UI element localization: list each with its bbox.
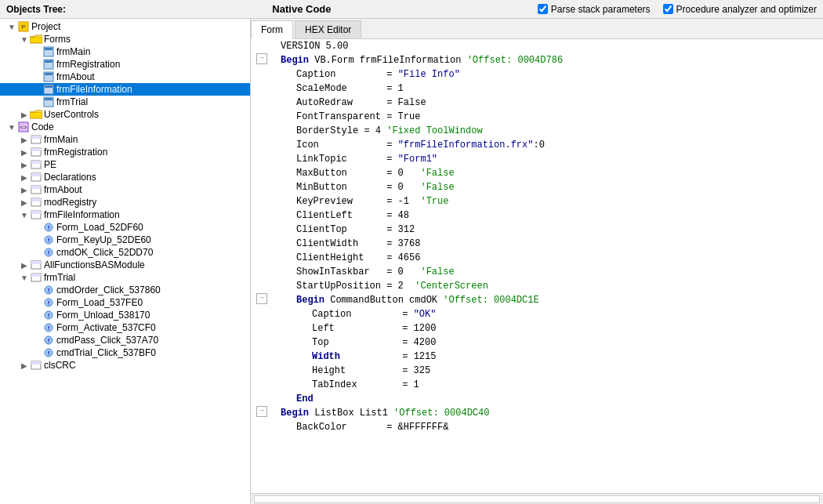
code-line-16: ClientHeight = 4656	[251, 251, 823, 265]
tree-item-frmAbout-code[interactable]: ▶ frmAbout	[0, 183, 250, 196]
usercontrols-folder-icon	[30, 109, 42, 120]
func-icon-8: f	[42, 335, 55, 346]
tab-form[interactable]: Form	[251, 20, 293, 39]
tree-item-clsCRC[interactable]: ▶ clsCRC	[0, 359, 250, 372]
tree-item-frmMain-code[interactable]: ▶ frmMain	[0, 133, 250, 146]
collapse-btn-2[interactable]: −	[256, 293, 267, 304]
code-line-3: Caption = "File Info"	[251, 67, 823, 82]
tree-label-frmAbout-code: frmAbout	[44, 184, 82, 195]
tree-item-frmTrial-code[interactable]: ▼ frmTrial	[0, 271, 250, 284]
tab-hex-editor[interactable]: HEX Editor	[295, 20, 361, 38]
tree-label-frmRegistration-code: frmRegistration	[44, 147, 107, 158]
tree-item-declarations[interactable]: ▶ Declarations	[0, 171, 250, 183]
code-line-19: − Begin CommandButton cmdOK 'Offset: 000…	[251, 293, 823, 307]
func-icon-6: f	[42, 310, 55, 321]
tree-item-Form_KeyUp[interactable]: f Form_KeyUp_52DE60	[0, 234, 250, 246]
svg-rect-37	[31, 274, 41, 277]
tree-item-frmRegistration-code[interactable]: ▶ frmRegistration	[0, 146, 250, 158]
tree-label-pe: PE	[44, 159, 56, 170]
tree-item-usercontrols[interactable]: ▶ UserControls	[0, 108, 250, 121]
tree-item-cmdTrial_Click[interactable]: f cmdTrial_Click_537BF0	[0, 346, 250, 359]
procedure-analyzer-checkbox[interactable]	[663, 4, 673, 14]
code-icon: <>	[17, 121, 30, 132]
tree-label-Form_Unload: Form_Unload_538170	[56, 310, 150, 321]
tree-label-frmFileInformation: frmFileInformation	[56, 84, 132, 95]
collapse-btn-1[interactable]: −	[256, 53, 267, 64]
clsCRC-icon	[30, 360, 42, 371]
code-line-21: Left = 1200	[251, 321, 823, 335]
tree-label-frmFileInformation-code: frmFileInformation	[44, 209, 120, 220]
svg-rect-19	[31, 161, 41, 164]
tree-container[interactable]: ▼ P Project ▼ Forms	[0, 19, 250, 504]
tree-label-Form_Load_537FE0: Form_Load_537FE0	[56, 297, 143, 308]
tree-item-frmTrial-forms[interactable]: frmTrial	[0, 96, 250, 108]
code-line-9: LinkTopic = "Form1"	[251, 152, 823, 166]
code-line-27: − Begin ListBox List1 'Offset: 0004DC40	[251, 406, 823, 420]
tree-item-AllFunctionsBASModule[interactable]: ▶ AllFunctionsBASModule	[0, 259, 250, 271]
func-icon-7: f	[42, 322, 55, 333]
tree-label-project: Project	[31, 21, 60, 32]
expand-icon-usercontrols[interactable]: ▶	[19, 109, 30, 120]
svg-rect-15	[31, 136, 41, 139]
tree-item-cmdOrder_Click[interactable]: f cmdOrder_Click_537860	[0, 284, 250, 296]
expand-icon-code[interactable]: ▼	[6, 121, 17, 132]
frmAbout-forms-icon	[42, 71, 55, 82]
tree-item-frmFileInformation-code[interactable]: ▼ frmFileInformation	[0, 208, 250, 221]
objects-tree-label: Objects Tree:	[6, 4, 66, 15]
tree-item-frmRegistration-forms[interactable]: frmRegistration	[0, 58, 250, 71]
tree-item-frmMain-forms[interactable]: frmMain	[0, 45, 250, 58]
svg-rect-27	[31, 211, 41, 214]
tree-item-project[interactable]: ▼ P Project	[0, 20, 250, 33]
code-line-25: TabIndex = 1	[251, 378, 823, 392]
frmMain-code-icon	[30, 134, 42, 145]
code-line-17: ShowInTaskbar = 0 'False	[251, 265, 823, 279]
collapse-btn-3[interactable]: −	[256, 406, 267, 417]
code-line-12: KeyPreview = -1 'True	[251, 194, 823, 208]
tree-label-cmdOrder_Click: cmdOrder_Click_537860	[56, 285, 161, 296]
svg-rect-21	[31, 173, 41, 176]
svg-rect-51	[31, 361, 41, 364]
tree-label-clsCRC: clsCRC	[44, 360, 76, 371]
procedure-analyzer-checkbox-item[interactable]: Procedure analyzer and optimizer	[663, 4, 817, 15]
pe-icon	[30, 159, 42, 170]
svg-rect-9	[45, 85, 53, 88]
tree-item-forms[interactable]: ▼ Forms	[0, 33, 250, 45]
func-icon-2: f	[42, 234, 55, 245]
tree-item-Form_Activate[interactable]: f Form_Activate_537CF0	[0, 321, 250, 334]
expand-icon-frmMain-code[interactable]: ▶	[19, 134, 30, 145]
frmFileInformation-icon	[42, 84, 55, 95]
tree-label-frmMain-code: frmMain	[44, 134, 78, 145]
parse-stack-checkbox-item[interactable]: Parse stack parameters	[538, 4, 651, 15]
svg-rect-17	[31, 148, 41, 151]
code-area[interactable]: VERSION 5.00 − Begin VB.Form frmFileInfo…	[251, 39, 823, 493]
tree-label-code: Code	[31, 121, 54, 132]
code-line-1: VERSION 5.00	[251, 39, 823, 53]
tree-item-code[interactable]: ▼ <> Code	[0, 121, 250, 133]
tree-label-modRegistry: modRegistry	[44, 197, 96, 208]
svg-rect-7	[45, 73, 53, 75]
tree-item-frmAbout-forms[interactable]: frmAbout	[0, 71, 250, 83]
tree-item-Form_Unload[interactable]: f Form_Unload_538170	[0, 309, 250, 321]
tree-label-frmRegistration: frmRegistration	[56, 59, 120, 70]
tree-label-declarations: Declarations	[44, 172, 96, 183]
tree-item-frmFileInformation[interactable]: frmFileInformation	[0, 83, 250, 96]
tree-item-Form_Load[interactable]: f Form_Load_52DF60	[0, 221, 250, 234]
tree-label-frmAbout-forms: frmAbout	[56, 71, 95, 82]
tabs-bar: Form HEX Editor	[251, 19, 823, 39]
parse-stack-checkbox[interactable]	[538, 4, 548, 14]
tree-item-modRegistry[interactable]: ▶ modRegistry	[0, 196, 250, 208]
bottom-scrollbar[interactable]	[251, 493, 823, 504]
tree-item-Form_Load_537FE0[interactable]: f Form_Load_537FE0	[0, 296, 250, 309]
code-line-6: FontTransparent = True	[251, 110, 823, 124]
expand-icon-forms[interactable]: ▼	[19, 34, 30, 45]
code-line-22: Top = 4200	[251, 335, 823, 350]
code-line-7: BorderStyle = 4 'Fixed ToolWindow	[251, 124, 823, 138]
tree-label-forms: Forms	[44, 34, 71, 45]
expand-icon-project[interactable]: ▼	[6, 21, 17, 32]
tree-label-Form_Activate: Form_Activate_537CF0	[56, 322, 156, 333]
left-panel: ▼ P Project ▼ Forms	[0, 19, 251, 504]
tree-item-pe[interactable]: ▶ PE	[0, 158, 250, 171]
tree-item-cmdOK_Click[interactable]: f cmdOK_Click_52DD70	[0, 246, 250, 259]
tree-item-cmdPass_Click[interactable]: f cmdPass_Click_537A70	[0, 334, 250, 346]
frmAbout-code-icon	[30, 184, 42, 195]
